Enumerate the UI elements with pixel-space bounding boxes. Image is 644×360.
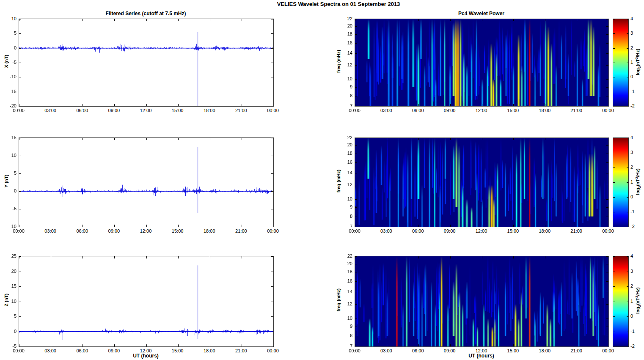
z-series-plot bbox=[19, 256, 274, 347]
tick-label: 18:00 bbox=[535, 107, 554, 113]
tick-label: 00:00 bbox=[9, 228, 28, 234]
tick-label: 00:00 bbox=[599, 107, 617, 113]
tick-label: 10 bbox=[338, 315, 352, 321]
tick-label: -2 bbox=[630, 103, 642, 109]
tick-label: 3 bbox=[630, 268, 642, 274]
tick-label: 22 bbox=[338, 16, 352, 22]
colorbar-x bbox=[613, 19, 629, 107]
tick-label: 5 bbox=[0, 170, 17, 176]
tick-label: 10 bbox=[338, 76, 352, 82]
tick-label: 3 bbox=[630, 149, 642, 155]
tick-label: 2 bbox=[630, 45, 642, 51]
tick-label: 14 bbox=[338, 289, 352, 294]
tick-label: 10 bbox=[338, 196, 352, 202]
tick-label: 18:00 bbox=[200, 107, 219, 113]
tick-label: 18 bbox=[338, 269, 352, 275]
tick-label: 0 bbox=[0, 328, 17, 334]
tick-label: 00:00 bbox=[345, 228, 364, 234]
tick-label: 00:00 bbox=[345, 107, 364, 113]
tick-label: -10 bbox=[0, 74, 17, 80]
tick-label: 09:00 bbox=[440, 228, 459, 234]
tick-label: 21:00 bbox=[567, 107, 586, 113]
tick-label: 03:00 bbox=[377, 107, 396, 113]
tick-label: 20 bbox=[0, 268, 17, 274]
y-series-plot bbox=[19, 137, 274, 227]
tick-label: 2 bbox=[630, 283, 642, 289]
tick-label: 06:00 bbox=[73, 228, 91, 234]
tick-label: 12 bbox=[338, 62, 352, 68]
tick-label: 06:00 bbox=[73, 107, 91, 113]
tick-label: 15:00 bbox=[504, 107, 522, 113]
tick-label: 15:00 bbox=[504, 228, 522, 234]
tick-label: 8 bbox=[338, 93, 352, 99]
tick-label: 16 bbox=[338, 40, 352, 46]
tick-label: 22 bbox=[338, 135, 352, 140]
tick-label: 03:00 bbox=[41, 107, 60, 113]
tick-label: 03:00 bbox=[377, 348, 396, 354]
tick-label: 12:00 bbox=[472, 348, 491, 354]
tick-label: 1 bbox=[630, 298, 642, 304]
tick-label: -2 bbox=[630, 343, 642, 349]
tick-label: -5 bbox=[0, 206, 17, 212]
tick-label: 00:00 bbox=[264, 228, 282, 234]
tick-label: 15:00 bbox=[504, 348, 522, 354]
tick-label: 21:00 bbox=[567, 228, 586, 234]
tick-label: -5 bbox=[0, 59, 17, 65]
tick-label: 21:00 bbox=[232, 228, 250, 234]
tick-label: 5 bbox=[0, 313, 17, 319]
tick-label: 0 bbox=[630, 313, 642, 319]
tick-label: -1 bbox=[630, 328, 642, 334]
tick-label: 15 bbox=[0, 135, 17, 140]
tick-label: 20 bbox=[338, 261, 352, 267]
tick-label: 00:00 bbox=[264, 348, 282, 354]
tick-label: 00:00 bbox=[599, 348, 617, 354]
tick-label: 09:00 bbox=[105, 228, 123, 234]
tick-label: 21:00 bbox=[232, 107, 250, 113]
tick-label: 00:00 bbox=[9, 107, 28, 113]
tick-label: 00:00 bbox=[599, 228, 617, 234]
tick-label: 10 bbox=[0, 16, 17, 22]
tick-label: 8 bbox=[338, 333, 352, 338]
x-wavelet-spectrogram bbox=[355, 19, 609, 107]
tick-label: -15 bbox=[0, 88, 17, 94]
tick-label: 14 bbox=[338, 170, 352, 176]
tick-label: 03:00 bbox=[377, 228, 396, 234]
tick-label: 12:00 bbox=[137, 107, 155, 113]
tick-label: 0 bbox=[630, 194, 642, 200]
tick-label: 25 bbox=[0, 253, 17, 259]
ut-hours-label-left: UT (hours) bbox=[19, 353, 273, 359]
tick-label: 06:00 bbox=[409, 348, 427, 354]
tick-label: 18:00 bbox=[535, 348, 554, 354]
left-column-title: Filtered Series (cutoff at 7.5 mHz) bbox=[19, 11, 273, 16]
tick-label: 00:00 bbox=[264, 107, 282, 113]
tick-label: 22 bbox=[338, 253, 352, 259]
tick-label: 00:00 bbox=[345, 348, 364, 354]
tick-label: 03:00 bbox=[41, 228, 60, 234]
tick-label: 16 bbox=[338, 278, 352, 284]
tick-label: 12:00 bbox=[472, 228, 491, 234]
y-wavelet-spectrogram bbox=[355, 137, 609, 227]
tick-label: -2 bbox=[630, 223, 642, 229]
tick-label: 15:00 bbox=[168, 107, 187, 113]
tick-label: -1 bbox=[630, 88, 642, 94]
tick-label: 15 bbox=[0, 283, 17, 289]
tick-label: 21:00 bbox=[232, 348, 250, 354]
tick-label: 09:00 bbox=[105, 348, 123, 354]
tick-label: 4 bbox=[630, 135, 642, 140]
tick-label: 0 bbox=[630, 74, 642, 80]
tick-label: 4 bbox=[630, 16, 642, 22]
colorbar-y bbox=[613, 137, 629, 227]
tick-label: 09:00 bbox=[440, 348, 459, 354]
tick-label: 3 bbox=[630, 30, 642, 36]
tick-label: 2 bbox=[630, 164, 642, 170]
z-wavelet-spectrogram bbox=[355, 256, 609, 347]
x-series-plot bbox=[19, 19, 274, 107]
tick-label: 21:00 bbox=[567, 348, 586, 354]
tick-label: 18:00 bbox=[200, 228, 219, 234]
tick-label: 12 bbox=[338, 301, 352, 307]
tick-label: 15:00 bbox=[168, 228, 187, 234]
tick-label: 5 bbox=[0, 30, 17, 36]
tick-label: 18:00 bbox=[200, 348, 219, 354]
figure-title: VELIES Wavelet Spectra on 01 September 2… bbox=[277, 1, 400, 7]
ut-hours-label-right: UT (hours) bbox=[355, 353, 608, 359]
